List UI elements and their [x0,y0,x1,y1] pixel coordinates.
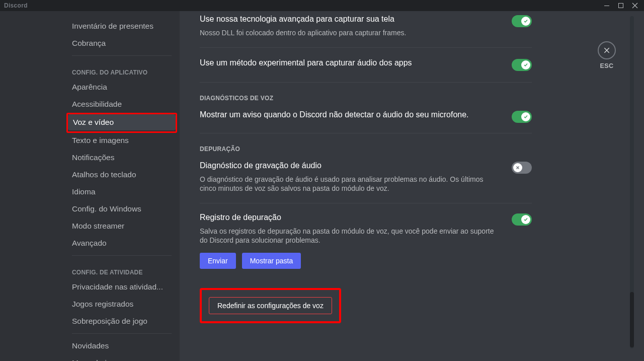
sidebar-item-gift-inventory[interactable]: Inventário de presentes [67,18,177,34]
sidebar-item-notifications[interactable]: Notificações [67,150,177,166]
setting-title: Use um método experimental para capturar… [200,58,412,68]
sidebar-item-voice-video[interactable]: Voz e vídeo [68,114,176,130]
close-icon [598,41,616,59]
sidebar-header-activity: CONFIG. DE ATIVIDADE [67,260,177,279]
check-icon [521,60,530,69]
sidebar-item-merch[interactable]: Mercadoria [67,355,177,361]
sidebar-separator [72,55,172,56]
svg-rect-1 [619,4,623,8]
show-folder-button[interactable]: Mostrar pasta [242,253,301,269]
sidebar-item-advanced[interactable]: Avançado [67,235,177,251]
close-label: ESC [600,62,613,69]
scrollbar-thumb[interactable] [630,292,634,347]
setting-desc: O diagnóstico de gravação de áudio é usa… [200,175,502,193]
window-maximize-button[interactable] [614,0,628,11]
sidebar-separator [72,333,172,334]
svg-rect-0 [604,6,609,6]
x-icon [513,163,522,172]
sidebar-header-app: CONFIG. DO APLICATIVO [67,60,177,79]
sidebar-item-billing[interactable]: Cobrança [67,35,177,51]
section-header-debug: DEPURAÇÃO [200,146,532,153]
app-name: Discord [4,2,28,9]
sidebar-item-activity-privacy[interactable]: Privacidade nas atividad... [67,279,177,295]
toggle-mic-warning[interactable] [512,111,532,123]
sidebar-item-streamer-mode[interactable]: Modo streamer [67,218,177,234]
toggle-debug-logging[interactable] [512,213,532,226]
sidebar-item-appearance[interactable]: Aparência [67,79,177,95]
sidebar-item-windows-settings[interactable]: Config. do Windows [67,201,177,217]
sidebar-item-language[interactable]: Idioma [67,184,177,200]
sidebar-item-text-images[interactable]: Texto e imagens [67,132,177,149]
settings-content: Use nossa tecnologia avançada para captu… [180,11,644,361]
setting-title: Mostrar um aviso quando o Discord não de… [200,110,469,120]
reset-voice-settings-button[interactable]: Redefinir as configurações de voz [209,297,332,314]
setting-title: Registro de depuração [200,212,502,223]
sidebar-item-game-overlay[interactable]: Sobreposição de jogo [67,313,177,329]
settings-sidebar: Assinaturas Inventário de presentes Cobr… [0,11,180,361]
sidebar-item-keybinds[interactable]: Atalhos do teclado [67,167,177,183]
titlebar: Discord [0,0,644,11]
check-icon [521,215,530,224]
toggle-screen-capture-tech[interactable] [512,15,532,27]
window-close-button[interactable] [628,0,642,11]
section-header-voice-diagnostics: DIAGNÓSTICOS DE VOZ [200,95,532,102]
check-icon [521,112,530,121]
sidebar-item-changelog[interactable]: Novidades [67,338,177,354]
check-icon [521,17,530,26]
sidebar-item-accessibility[interactable]: Acessibilidade [67,96,177,112]
setting-title: Diagnóstico de gravação de áudio [200,161,502,171]
toggle-experimental-audio-capture[interactable] [512,59,532,71]
setting-title: Use nossa tecnologia avançada para captu… [200,14,406,24]
setting-desc: Salva os registros de depuração na pasta… [200,227,502,245]
close-settings-button[interactable]: ESC [598,41,616,69]
highlight-reset-voice: Redefinir as configurações de voz [200,288,341,323]
send-button[interactable]: Enviar [200,253,236,269]
setting-desc: Nosso DLL foi colocado dentro do aplicat… [200,28,406,37]
toggle-audio-diagnostic[interactable] [512,162,532,174]
window-controls [600,0,642,11]
window-minimize-button[interactable] [600,0,614,11]
sidebar-item-registered-games[interactable]: Jogos registrados [67,296,177,312]
sidebar-separator [72,255,172,256]
highlight-voice-video: Voz e vídeo [66,113,177,133]
